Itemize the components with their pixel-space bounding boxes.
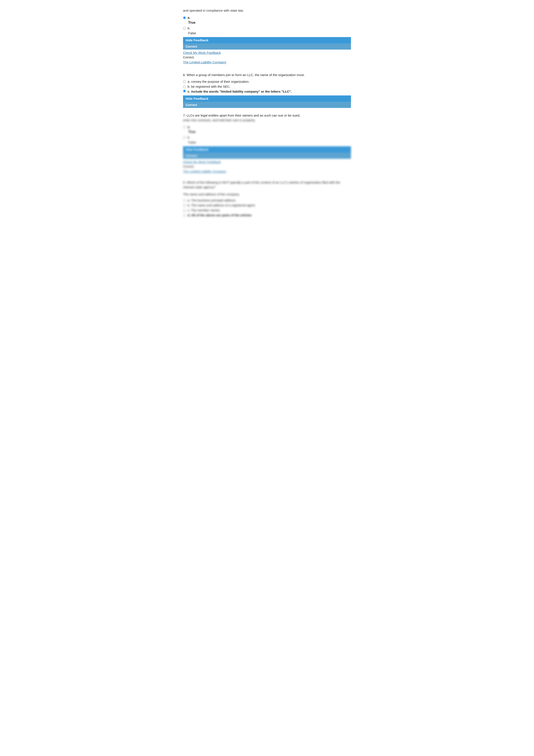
option-a-row: a. — [183, 16, 351, 19]
false-label-block: False — [188, 31, 351, 35]
question7-block: 7. LLCs are legal entitles apart from th… — [183, 113, 351, 217]
question8-blurred-block: 8. Which of the following is NOT typical… — [183, 180, 351, 217]
q6-option-c-row: c. include the words "limited liability … — [183, 90, 351, 93]
question7-main-text: 7. LLCs are legal entitles apart from th… — [183, 114, 300, 117]
hide-feedback-bar-q6[interactable]: Hide Feedback — [183, 95, 351, 102]
q8-option-b-radio — [183, 204, 186, 207]
hide-feedback-bar-q5[interactable]: Hide Feedback — [183, 37, 351, 43]
q7-false-label: False — [188, 141, 351, 144]
q6-option-a-text: a. convey the purpose of their organizat… — [188, 80, 249, 83]
q8-option-b-label: b. The name and address of a registered … — [188, 203, 255, 207]
question7-blurred-options: a. True b. False Hide Feedback Correct C… — [183, 125, 351, 177]
option-b-text: b. — [188, 26, 191, 30]
option-a-radio[interactable] — [183, 16, 186, 19]
check-work-link-q7: Check My Work Feedback — [183, 160, 221, 164]
correct-message-q7: Correct. — [183, 165, 351, 168]
question6-block: 6. When a group of members join to form … — [183, 73, 351, 108]
q8-option-c-radio — [183, 209, 186, 212]
check-work-link-q5[interactable]: Check My Work Feedback — [183, 51, 221, 55]
topic-link-q5[interactable]: The Limited Liability Company — [183, 60, 226, 64]
option-b-label[interactable]: b. — [188, 26, 191, 30]
question8-text: 8. Which of the following is NOT typical… — [183, 180, 351, 190]
topic-link-q7: The Limited Liability Company — [183, 170, 226, 173]
q7-option-b-row: b. — [183, 136, 351, 139]
question6-text: 6. When a group of members join to form … — [183, 73, 351, 78]
q7-option-a-radio — [183, 125, 186, 128]
q8-option-d-label: d. All of the above are parts of the art… — [188, 213, 252, 217]
q8-option-c-label: c. The member names — [188, 208, 220, 212]
q8-option-a-label: a. The business principal address — [188, 199, 236, 202]
q8-option-a-radio — [183, 199, 186, 202]
q6-option-b-radio[interactable] — [183, 85, 186, 88]
q8-option-c-row: c. The member names — [183, 208, 351, 212]
q6-option-b-row: b. be registered with the SEC. — [183, 85, 351, 88]
correct-bar-q5: Correct — [183, 43, 351, 49]
question7-text: 7. LLCs are legal entitles apart from th… — [183, 113, 351, 123]
q8-option-b-row: b. The name and address of a registered … — [183, 203, 351, 207]
q6-option-c-label[interactable]: c. include the words "limited liability … — [188, 90, 292, 93]
q6-option-c-text: c. include the words "limited liability … — [188, 90, 292, 93]
q8-option-d-row: d. All of the above are parts of the art… — [183, 213, 351, 217]
q7-option-b-radio — [183, 136, 186, 139]
q7-option-b-label: b. — [188, 136, 191, 139]
question7-blurred-continuation: enter into contracts, and hold their own… — [183, 118, 256, 122]
question5-block: a. True b. False Hide Feedback Correct C… — [183, 16, 351, 68]
true-label-block: True — [188, 21, 351, 25]
option-a-text: a. — [188, 16, 191, 19]
q7-true-label: True — [188, 130, 351, 134]
option-b-radio[interactable] — [183, 27, 186, 30]
false-label: False — [188, 31, 196, 35]
q6-option-a-label[interactable]: a. convey the purpose of their organizat… — [188, 80, 249, 83]
q6-option-a-radio[interactable] — [183, 80, 186, 83]
option-b-row: b. — [183, 26, 351, 30]
q7-option-a-label: a. — [188, 125, 191, 129]
correct-message-q5: Correct. — [183, 55, 351, 59]
option-a-label[interactable]: a. — [188, 16, 191, 19]
correct-bar-q7: Correct — [183, 152, 351, 159]
correct-bar-q6: Correct — [183, 102, 351, 108]
question8-sub: The name and address of the company — [183, 192, 351, 197]
q6-option-c-radio[interactable] — [183, 90, 186, 93]
q8-option-d-radio — [183, 214, 186, 217]
q7-option-a-row: a. — [183, 125, 351, 129]
q8-option-a-row: a. The business principal address — [183, 199, 351, 202]
q6-option-b-text: b. be registered with the SEC. — [188, 85, 230, 88]
true-label: True — [188, 21, 195, 24]
hide-feedback-bar-q7: Hide Feedback — [183, 146, 351, 152]
q6-option-a-row: a. convey the purpose of their organizat… — [183, 80, 351, 83]
intro-text: and operated in compliance with state la… — [183, 9, 351, 12]
q6-option-b-label[interactable]: b. be registered with the SEC. — [188, 85, 230, 88]
